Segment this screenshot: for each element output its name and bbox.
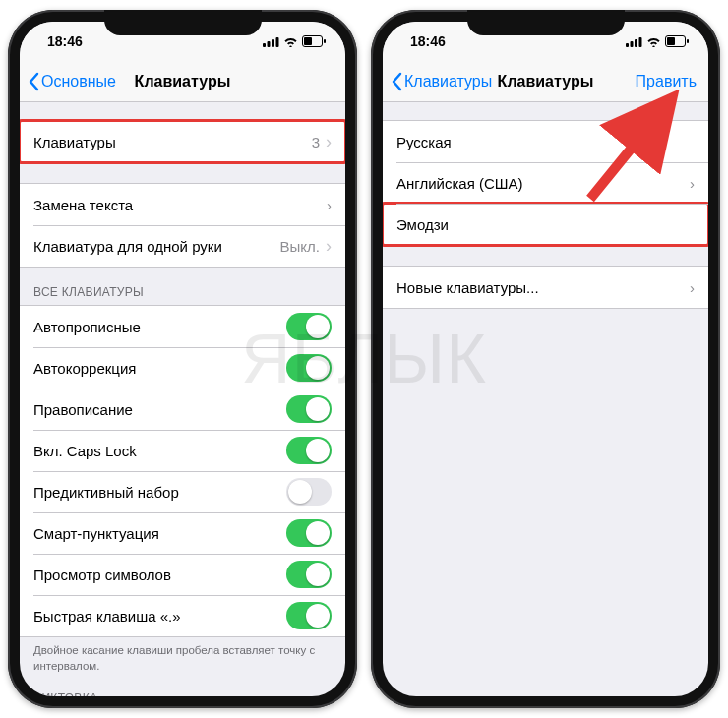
- row-label: Русская: [396, 134, 452, 150]
- one-hand-value: Выкл.: [280, 238, 320, 255]
- row-charpreview[interactable]: Просмотр символов: [20, 554, 345, 595]
- screen-left: 18:46 Основные Клавиатуры Клавиатуры 3 ›: [20, 22, 345, 696]
- phone-left: 18:46 Основные Клавиатуры Клавиатуры 3 ›: [8, 10, 357, 708]
- row-autocaps[interactable]: Автопрописные: [20, 306, 345, 347]
- row-predictive[interactable]: Предиктивный набор: [20, 471, 345, 512]
- svg-rect-12: [667, 37, 675, 45]
- svg-rect-9: [635, 39, 637, 47]
- nav-back-label: Клавиатуры: [404, 73, 492, 90]
- svg-rect-1: [268, 41, 271, 47]
- group-all-keyboards: Автопрописные Автокоррекция Правописание…: [20, 305, 345, 637]
- row-label: Клавиатура для одной руки: [33, 238, 222, 255]
- nav-back-button[interactable]: Основные: [28, 72, 116, 91]
- row-new-keyboards[interactable]: Новые клавиатуры... ›: [383, 267, 708, 308]
- status-time: 18:46: [410, 33, 446, 49]
- svg-rect-7: [626, 43, 629, 47]
- settings-content: Клавиатуры 3 › Замена текста › Клавиатур…: [20, 102, 345, 696]
- keyboards-content: Русская Английская (США) › Эмодзи Новые …: [383, 102, 708, 696]
- toggle-autocaps[interactable]: [286, 313, 332, 340]
- toggle-shortcut[interactable]: [286, 602, 332, 629]
- battery-icon: [302, 35, 326, 47]
- group-text-options: Замена текста › Клавиатура для одной рук…: [20, 183, 345, 268]
- chevron-right-icon: ›: [690, 175, 695, 192]
- toggle-predictive[interactable]: [286, 478, 332, 506]
- svg-rect-6: [324, 39, 326, 43]
- wifi-icon: [283, 36, 298, 47]
- svg-rect-5: [304, 37, 312, 45]
- row-label: Клавиатуры: [33, 134, 116, 150]
- row-label: Предиктивный набор: [33, 484, 179, 501]
- row-label: Вкл. Caps Lock: [33, 443, 137, 459]
- wifi-icon: [646, 36, 661, 47]
- toggle-autocorrect[interactable]: [286, 354, 332, 382]
- row-kb-english[interactable]: Английская (США) ›: [383, 162, 708, 204]
- row-label: Автопрописные: [33, 319, 141, 335]
- notch: [467, 10, 625, 35]
- notch: [104, 10, 262, 35]
- chevron-right-icon: ›: [326, 132, 332, 152]
- nav-back-label: Основные: [41, 73, 116, 90]
- chevron-left-icon: [28, 72, 39, 91]
- row-shortcut[interactable]: Быстрая клавиша «.»: [20, 595, 345, 636]
- keyboards-count: 3: [312, 134, 320, 150]
- chevron-left-icon: [391, 72, 402, 91]
- row-text-replace[interactable]: Замена текста ›: [20, 184, 345, 225]
- group-keyboards: Клавиатуры 3 ›: [20, 120, 345, 163]
- nav-back-button[interactable]: Клавиатуры: [391, 72, 492, 91]
- row-label: Английская (США): [396, 175, 523, 192]
- group-header-dictation: ДИКТОВКА: [20, 674, 345, 696]
- nav-edit-button[interactable]: Править: [636, 73, 697, 90]
- group-kb-list: Русская Английская (США) › Эмодзи: [383, 120, 708, 246]
- chevron-right-icon: ›: [690, 279, 695, 296]
- status-time: 18:46: [47, 33, 83, 49]
- status-icons: [263, 35, 326, 47]
- toggle-charpreview[interactable]: [286, 561, 332, 588]
- svg-rect-3: [276, 37, 279, 47]
- chevron-right-icon: ›: [326, 236, 332, 257]
- nav-bar: Основные Клавиатуры: [20, 61, 345, 102]
- screen-right: 18:46 Клавиатуры Клавиатуры Править Рус: [383, 22, 708, 696]
- svg-rect-0: [263, 43, 266, 47]
- row-label: Автокоррекция: [33, 360, 136, 377]
- group-header-all-kb: ВСЕ КЛАВИАТУРЫ: [20, 268, 345, 305]
- signal-icon: [263, 36, 279, 47]
- row-smartpunct[interactable]: Смарт-пунктуация: [20, 512, 345, 554]
- status-icons: [626, 35, 689, 47]
- row-label: Смарт-пунктуация: [33, 525, 159, 542]
- row-label: Быстрая клавиша «.»: [33, 608, 181, 625]
- row-kb-emoji[interactable]: Эмодзи: [383, 204, 708, 245]
- svg-rect-8: [631, 41, 634, 47]
- svg-rect-13: [687, 39, 689, 43]
- signal-icon: [626, 36, 642, 47]
- row-spelling[interactable]: Правописание: [20, 389, 345, 430]
- toggle-capslock[interactable]: [286, 437, 332, 464]
- row-autocorrect[interactable]: Автокоррекция: [20, 347, 345, 389]
- row-keyboards[interactable]: Клавиатуры 3 ›: [20, 121, 345, 162]
- row-label: Замена текста: [33, 197, 133, 213]
- row-value: 3 ›: [312, 132, 332, 152]
- row-label: Правописание: [33, 401, 133, 418]
- svg-rect-10: [639, 37, 642, 47]
- row-label: Эмодзи: [396, 216, 449, 233]
- row-label: Новые клавиатуры...: [396, 279, 539, 296]
- row-value: Выкл. ›: [280, 236, 332, 257]
- group-new-kb: Новые клавиатуры... ›: [383, 266, 708, 309]
- row-kb-russian[interactable]: Русская: [383, 121, 708, 162]
- footer-space-shortcut: Двойное касание клавиши пробела вставляе…: [20, 637, 345, 674]
- svg-rect-2: [272, 39, 274, 47]
- row-capslock[interactable]: Вкл. Caps Lock: [20, 430, 345, 471]
- chevron-right-icon: ›: [327, 197, 332, 213]
- battery-icon: [665, 35, 689, 47]
- toggle-spelling[interactable]: [286, 395, 332, 423]
- nav-bar: Клавиатуры Клавиатуры Править: [383, 61, 708, 102]
- row-label: Просмотр символов: [33, 567, 171, 583]
- row-one-hand[interactable]: Клавиатура для одной руки Выкл. ›: [20, 225, 345, 267]
- toggle-smartpunct[interactable]: [286, 519, 332, 547]
- phone-right: 18:46 Клавиатуры Клавиатуры Править Рус: [371, 10, 720, 708]
